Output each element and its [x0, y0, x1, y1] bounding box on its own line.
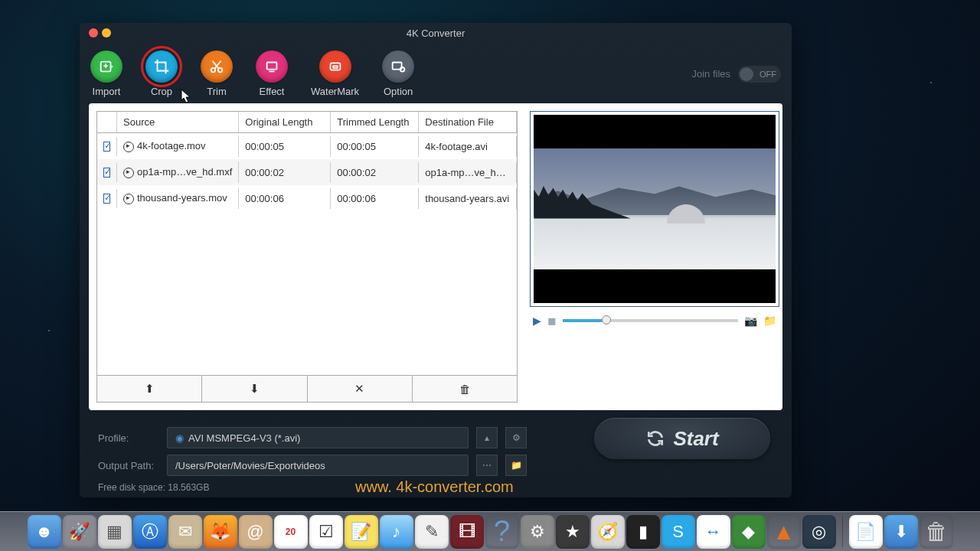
- app-window: 4K Converter Import Crop Trim Effect Wat…: [80, 23, 792, 497]
- file-list-panel: Source Original Length Trimmed Length De…: [96, 111, 518, 403]
- dock-appstore-icon[interactable]: Ⓐ: [133, 515, 167, 549]
- join-files-control: Join files OFF: [691, 66, 781, 83]
- table-footer: ⬆ ⬇ ✕ 🗑: [97, 375, 517, 402]
- play-icon[interactable]: ▶: [533, 315, 541, 327]
- profile-settings-button[interactable]: ⚙: [505, 427, 527, 448]
- crop-icon: [145, 51, 178, 83]
- dock-downloads-icon[interactable]: ⬇: [884, 515, 918, 549]
- highlight-ring-icon: [141, 46, 182, 87]
- dock-mail-icon[interactable]: ✉: [168, 515, 202, 549]
- row-checkbox[interactable]: [103, 142, 110, 152]
- option-icon: [382, 51, 414, 83]
- dock-teamviewer-icon[interactable]: ↔: [697, 515, 730, 549]
- media-icon: [123, 142, 134, 152]
- svg-point-7: [400, 67, 405, 72]
- scissors-icon: [201, 51, 233, 83]
- output-path-field[interactable]: /Users/Poter/Movies/Exportvideos: [167, 455, 469, 476]
- dock-safari-icon[interactable]: 🧭: [591, 515, 625, 549]
- dock-contacts-icon[interactable]: @: [239, 515, 273, 549]
- watermark-button[interactable]: WaterMark: [311, 51, 359, 97]
- dock-notes-icon[interactable]: 📝: [345, 515, 378, 549]
- dock-imovie-icon[interactable]: ★: [556, 515, 590, 549]
- window-title: 4K Converter: [80, 28, 792, 39]
- effect-button[interactable]: Effect: [256, 51, 288, 97]
- dock-vlc-icon[interactable]: ▲: [767, 515, 801, 549]
- dock-firefox-icon[interactable]: 🦊: [204, 515, 237, 549]
- option-button[interactable]: Option: [382, 51, 414, 97]
- move-down-button[interactable]: ⬇: [202, 376, 307, 402]
- dock-trash-icon[interactable]: 🗑: [920, 515, 953, 549]
- main-body: Source Original Length Trimmed Length De…: [89, 103, 782, 410]
- table-row[interactable]: 4k-footage.mov 00:00:05 00:00:05 4k-foot…: [97, 133, 517, 159]
- import-button[interactable]: Import: [90, 51, 122, 97]
- toggle-knob-icon: [740, 67, 753, 81]
- join-files-toggle[interactable]: OFF: [738, 66, 781, 83]
- open-output-button[interactable]: 📁: [505, 455, 527, 476]
- remove-button[interactable]: ✕: [308, 376, 413, 402]
- preview-image: [534, 148, 776, 269]
- media-icon: [123, 194, 134, 204]
- dock-itunes-icon[interactable]: ♪: [380, 515, 413, 549]
- table-header: Source Original Length Trimmed Length De…: [97, 112, 517, 133]
- browse-button[interactable]: ⋯: [476, 455, 498, 476]
- header-original-length[interactable]: Original Length: [239, 112, 331, 132]
- join-files-label: Join files: [691, 68, 730, 80]
- media-icon: [123, 168, 134, 178]
- dock-preferences-icon[interactable]: ⚙: [521, 515, 554, 549]
- trim-button[interactable]: Trim: [201, 51, 233, 97]
- table-row[interactable]: op1a-mp…ve_hd.mxf 00:00:02 00:00:02 op1a…: [97, 159, 517, 185]
- profile-label: Profile:: [98, 432, 159, 444]
- profile-select[interactable]: ◉AVI MSMPEG4-V3 (*.avi): [167, 427, 469, 448]
- dock-help-icon[interactable]: ?: [485, 515, 519, 549]
- toolbar: Import Crop Trim Effect WaterMark Option…: [80, 43, 792, 103]
- dock-finder-icon[interactable]: ☻: [28, 515, 61, 549]
- output-path-label: Output Path:: [98, 460, 159, 471]
- dock-skype-icon[interactable]: S: [662, 515, 695, 549]
- dock-photobooth-icon[interactable]: 🎞: [450, 515, 484, 549]
- titlebar: 4K Converter: [80, 23, 792, 43]
- header-checkbox-col: [97, 112, 117, 132]
- table-row[interactable]: thousand-years.mov 00:00:06 00:00:06 tho…: [97, 185, 517, 211]
- svg-rect-5: [333, 66, 338, 68]
- dock-divider: [842, 517, 843, 547]
- refresh-icon: [645, 429, 665, 448]
- preview-controls: ▶ ◼ 📷 📁: [530, 307, 779, 334]
- header-destination[interactable]: Destination File: [419, 112, 517, 132]
- dock-calendar-icon[interactable]: 20: [274, 515, 308, 549]
- delete-button[interactable]: 🗑: [413, 376, 517, 402]
- dock-terminal-icon[interactable]: ▮: [626, 515, 660, 549]
- crop-button[interactable]: Crop: [145, 51, 178, 97]
- slider-thumb-icon[interactable]: [602, 315, 611, 324]
- seek-slider[interactable]: [563, 319, 738, 322]
- header-trimmed-length[interactable]: Trimmed Length: [331, 112, 419, 132]
- row-checkbox[interactable]: [103, 168, 110, 178]
- effect-icon: [256, 51, 288, 83]
- preview-panel: ▶ ◼ 📷 📁: [530, 111, 779, 403]
- dock-launchpad-icon[interactable]: 🚀: [63, 515, 96, 549]
- row-checkbox[interactable]: [103, 194, 110, 204]
- svg-rect-3: [267, 63, 277, 70]
- header-source[interactable]: Source: [117, 112, 239, 132]
- website-url: www. 4k-converter.com: [355, 478, 514, 496]
- dock: ☻ 🚀 ▦ Ⓐ ✉ 🦊 @ 20 ☑ 📝 ♪ ✎ 🎞 ? ⚙ ★ 🧭 ▮ S ↔…: [0, 511, 980, 551]
- watermark-icon: [319, 51, 351, 83]
- move-up-button[interactable]: ⬆: [97, 376, 202, 402]
- file-table: Source Original Length Trimmed Length De…: [97, 112, 517, 375]
- snapshot-icon[interactable]: 📷: [744, 315, 757, 327]
- profile-dropdown-button[interactable]: ▴: [476, 427, 498, 448]
- dock-converter-icon[interactable]: ◎: [802, 515, 836, 549]
- stop-icon[interactable]: ◼: [547, 315, 557, 327]
- dock-mission-control-icon[interactable]: ▦: [98, 515, 132, 549]
- dock-textedit-icon[interactable]: ✎: [415, 515, 449, 549]
- dock-app-icon[interactable]: ◆: [732, 515, 766, 549]
- dock-reminders-icon[interactable]: ☑: [309, 515, 343, 549]
- preview-video[interactable]: [534, 115, 776, 303]
- dock-document-icon[interactable]: 📄: [849, 515, 883, 549]
- start-button[interactable]: Start: [594, 418, 770, 459]
- open-folder-icon[interactable]: 📁: [763, 315, 776, 327]
- preview-frame: [530, 111, 779, 307]
- import-icon: [90, 51, 122, 83]
